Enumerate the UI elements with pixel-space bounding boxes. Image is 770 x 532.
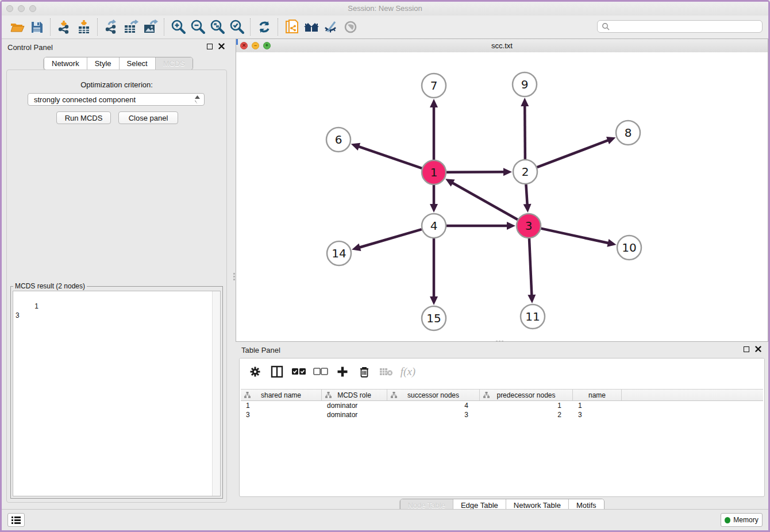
table-row[interactable]: 1dominator411 [241, 401, 763, 410]
toolbar-separator [278, 18, 279, 36]
mcds-result-textarea[interactable]: 1 3 [13, 291, 221, 496]
memory-button[interactable]: Memory [721, 513, 763, 527]
float-panel-icon[interactable] [207, 44, 213, 49]
mcds-result-groupbox: MCDS result (2 nodes) 1 3 [10, 286, 223, 499]
shared-column-icon [391, 392, 397, 398]
home-button[interactable] [302, 18, 321, 36]
delete-table-button[interactable] [376, 362, 396, 381]
search-input[interactable] [597, 20, 763, 33]
zoom-out-icon [190, 19, 206, 35]
criterion-select[interactable]: strongly connected component [28, 93, 205, 106]
zoom-out-button[interactable] [188, 18, 207, 36]
shared-column-icon [244, 392, 251, 398]
table-settings-button[interactable] [245, 362, 265, 381]
graph-edge-arrow-1-2 [503, 168, 512, 176]
list-icon [11, 516, 21, 524]
mcds-panel: Optimization criterion: strongly connect… [6, 70, 227, 503]
plus-icon [337, 366, 348, 377]
table-cell: 1 [573, 401, 622, 410]
graph-node-label-15: 15 [426, 311, 441, 325]
eye-icon [342, 20, 359, 34]
graph-edge-2-8[interactable] [537, 140, 610, 167]
zoom-in-button[interactable] [168, 18, 188, 36]
column-header-MCDS-role[interactable]: MCDS role [322, 390, 387, 400]
show-panels-button[interactable] [341, 18, 360, 36]
search-container [597, 20, 763, 33]
column-header-predecessor-nodes[interactable]: predecessor nodes [480, 390, 573, 400]
network-view-title: scc.txt [236, 41, 768, 50]
split-columns-icon [271, 365, 283, 378]
export-image-button[interactable] [141, 18, 160, 36]
column-header-shared-name[interactable]: shared name [241, 390, 322, 400]
graph-node-label-1: 1 [430, 165, 438, 179]
unselect-all-columns-button[interactable] [311, 362, 330, 381]
import-network-button[interactable] [55, 18, 74, 36]
eye-slash-icon [323, 20, 339, 34]
tab-network[interactable]: Network [44, 57, 87, 70]
shared-column-icon [483, 392, 490, 398]
export-network-button[interactable] [102, 18, 121, 36]
table-cell: 2 [480, 410, 573, 419]
graph-edge-2-3[interactable] [526, 184, 527, 206]
network-graph: 7968124314101511 [236, 52, 768, 341]
vertical-splitter-handle[interactable] [233, 273, 235, 280]
zoom-fit-button[interactable] [207, 18, 227, 36]
graph-edge-arrow-2-3 [523, 204, 532, 213]
application-window: Session: New Session [0, 0, 770, 532]
zoom-in-icon [170, 19, 186, 35]
graph-edge-3-10[interactable] [541, 229, 609, 244]
delete-column-button[interactable] [355, 362, 374, 381]
tab-select[interactable]: Select [119, 57, 155, 70]
graph-node-label-7: 7 [430, 79, 438, 92]
graph-edge-4-14[interactable] [359, 229, 422, 248]
graph-edge-1-2[interactable] [446, 172, 505, 172]
column-header-name[interactable]: name [573, 390, 622, 400]
table-row[interactable]: 3dominator323 [241, 410, 763, 419]
save-session-button[interactable] [27, 18, 47, 36]
table-body: 1dominator4113dominator323 [241, 401, 763, 419]
new-session-from-network-button[interactable] [282, 18, 302, 36]
export-network-icon [104, 20, 119, 34]
tab-mcds[interactable]: MCDS [155, 57, 192, 70]
gear-icon [249, 366, 261, 377]
zoom-selected-button[interactable] [227, 18, 247, 36]
graph-edge-2-9[interactable] [525, 105, 525, 159]
tab-style[interactable]: Style [87, 57, 119, 70]
graph-edge-3-11[interactable] [529, 238, 532, 296]
criterion-value: strongly connected component [34, 95, 136, 104]
graph-edge-arrow-1-6 [351, 143, 360, 151]
float-panel-icon[interactable] [744, 346, 749, 352]
add-column-button[interactable] [333, 362, 352, 381]
network-window-titlebar[interactable]: ✕ – + scc.txt [236, 39, 768, 53]
close-panel-button[interactable]: Close panel [118, 111, 178, 124]
save-floppy-icon [30, 20, 44, 34]
column-header-filler [622, 390, 763, 400]
graph-edge-1-6[interactable] [357, 146, 422, 168]
open-session-button[interactable] [7, 18, 27, 36]
graph-edge-3-1[interactable] [451, 182, 517, 219]
show-column-panel-button[interactable] [267, 362, 287, 381]
network-canvas[interactable]: 7968124314101511 [236, 52, 768, 341]
task-history-button[interactable] [7, 513, 25, 527]
result-scrollbar[interactable] [212, 291, 220, 496]
table-cell: dominator [322, 401, 387, 410]
toolbar-separator [250, 18, 251, 36]
import-table-button[interactable] [74, 18, 94, 36]
export-table-button[interactable] [121, 18, 141, 36]
refresh-button[interactable] [255, 18, 274, 36]
select-all-columns-button[interactable] [289, 362, 309, 381]
close-panel-icon[interactable] [755, 346, 761, 352]
table-cell: 3 [387, 410, 480, 419]
apply-function-button[interactable]: f(x) [398, 362, 418, 381]
column-header-successor-nodes[interactable]: successor nodes [387, 390, 480, 400]
run-mcds-button[interactable]: Run MCDS [56, 111, 111, 124]
toolbar-separator [97, 18, 98, 36]
hide-panels-button[interactable] [321, 18, 341, 36]
control-panel-controls [207, 43, 225, 49]
import-network-icon [57, 20, 72, 34]
table-cell: dominator [322, 410, 387, 419]
zoom-selected-icon [229, 19, 245, 35]
export-image-icon [143, 20, 159, 34]
control-panel-tabs: Network Style Select MCDS [44, 57, 193, 70]
close-panel-icon[interactable] [218, 43, 225, 49]
